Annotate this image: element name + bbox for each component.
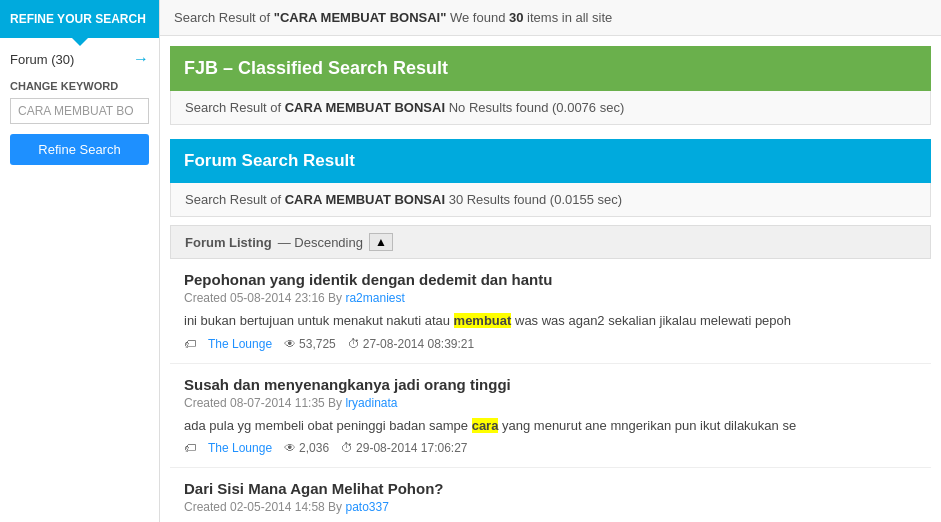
result-footer-2: 🏷 The Lounge 👁 2,036 ⏱ 29-08-2014 17:06:…	[184, 441, 917, 455]
result-excerpt-2: ada pula yg membeli obat peninggi badan …	[184, 416, 917, 436]
forum-filter-row: Forum (30) →	[10, 50, 149, 68]
fjb-result-text: No Results found (0.0076 sec)	[445, 100, 624, 115]
fjb-header: FJB – Classified Search Result	[170, 46, 931, 91]
summary-end: items in all site	[523, 10, 612, 25]
clock-icon-2: ⏱	[341, 441, 353, 455]
forum-result-keyword: CARA MEMBUAT BONSAI	[285, 192, 445, 207]
forum-filter-arrow[interactable]: →	[133, 50, 149, 68]
tag-icon-2: 🏷	[184, 441, 196, 455]
main-content: Search Result of "CARA MEMBUAT BONSAI" W…	[160, 0, 941, 522]
result-footer-1: 🏷 The Lounge 👁 53,725 ⏱ 27-08-2014 08:39…	[184, 337, 917, 351]
tag-icon-1: 🏷	[184, 337, 196, 351]
result-excerpt-1: ini bukan bertujuan untuk menakut nakuti…	[184, 311, 917, 331]
fjb-keyword: CARA MEMBUAT BONSAI	[285, 100, 445, 115]
forum-result-summary: Search Result of CARA MEMBUAT BONSAI 30 …	[170, 183, 931, 217]
result-meta-1: Created 05-08-2014 23:16 By ra2maniest	[184, 291, 917, 305]
sidebar-header: REFINE YOUR SEARCH	[0, 0, 159, 38]
fjb-result-prefix: Search Result of	[185, 100, 285, 115]
summary-count: 30	[509, 10, 523, 25]
result-author-3[interactable]: pato337	[345, 500, 388, 514]
summary-keyword: "CARA MEMBUAT BONSAI"	[274, 10, 447, 25]
keyword-input[interactable]	[10, 98, 149, 124]
listing-label: Forum Listing	[185, 235, 272, 250]
result-author-1[interactable]: ra2maniest	[345, 291, 404, 305]
sidebar-header-label: REFINE YOUR SEARCH	[10, 12, 146, 26]
result-item-2: Susah dan menyenangkanya jadi orang ting…	[170, 364, 931, 469]
highlight-1: membuat	[454, 313, 512, 328]
sidebar: REFINE YOUR SEARCH Forum (30) → CHANGE K…	[0, 0, 160, 522]
result-item-1: Pepohonan yang identik dengan dedemit da…	[170, 259, 931, 364]
sidebar-body: Forum (30) → CHANGE KEYWORD Refine Searc…	[0, 38, 159, 177]
result-title-1[interactable]: Pepohonan yang identik dengan dedemit da…	[184, 271, 917, 288]
clock-icon-1: ⏱	[348, 337, 360, 351]
result-tag-2[interactable]: The Lounge	[208, 441, 272, 455]
summary-prefix: Search Result of	[174, 10, 274, 25]
result-date-1: ⏱ 27-08-2014 08:39:21	[348, 337, 474, 351]
result-item-3: Dari Sisi Mana Agan Melihat Pohon? Creat…	[170, 468, 931, 522]
result-meta-3: Created 02-05-2014 14:58 By pato337	[184, 500, 917, 514]
highlight-2: cara	[472, 418, 499, 433]
change-keyword-label: CHANGE KEYWORD	[10, 80, 149, 92]
forum-result-text: 30 Results found (0.0155 sec)	[445, 192, 622, 207]
result-title-2[interactable]: Susah dan menyenangkanya jadi orang ting…	[184, 376, 917, 393]
forum-search-header: Forum Search Result	[170, 139, 931, 183]
forum-result-prefix: Search Result of	[185, 192, 285, 207]
result-title-3[interactable]: Dari Sisi Mana Agan Melihat Pohon?	[184, 480, 917, 497]
refine-search-button[interactable]: Refine Search	[10, 134, 149, 165]
result-views-2: 👁 2,036	[284, 441, 329, 455]
eye-icon-1: 👁	[284, 337, 296, 351]
result-tag-1[interactable]: The Lounge	[208, 337, 272, 351]
forum-filter-label: Forum (30)	[10, 52, 74, 67]
result-author-2[interactable]: lryadinata	[345, 396, 397, 410]
listing-sort: — Descending	[278, 235, 363, 250]
forum-listing-bar: Forum Listing — Descending ▲	[170, 225, 931, 259]
result-views-1: 👁 53,725	[284, 337, 336, 351]
summary-mid: We found	[446, 10, 509, 25]
result-date-2: ⏱ 29-08-2014 17:06:27	[341, 441, 467, 455]
listing-sort-button[interactable]: ▲	[369, 233, 393, 251]
result-meta-2: Created 08-07-2014 11:35 By lryadinata	[184, 396, 917, 410]
fjb-body: Search Result of CARA MEMBUAT BONSAI No …	[170, 91, 931, 125]
eye-icon-2: 👁	[284, 441, 296, 455]
search-summary-bar: Search Result of "CARA MEMBUAT BONSAI" W…	[160, 0, 941, 36]
